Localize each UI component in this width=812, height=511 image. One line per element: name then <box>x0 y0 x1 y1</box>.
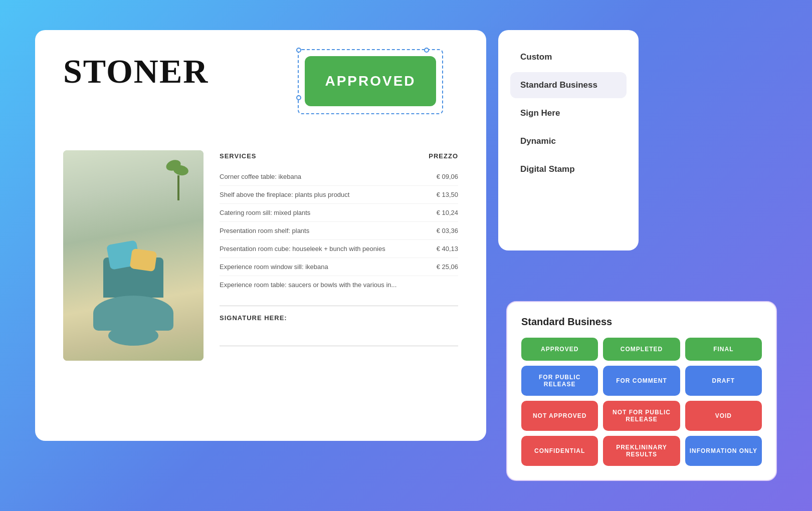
service-price: € 40,13 <box>437 245 458 252</box>
stamp-approved[interactable]: APPROVED <box>521 338 598 361</box>
popup-title: Standard Business <box>521 316 762 328</box>
service-price: € 10,24 <box>437 209 458 216</box>
stamp-grid: APPROVED COMPLETED FINAL FOR PUBLIC RELE… <box>521 338 762 466</box>
service-row: Shelf above the fireplace: plants plus p… <box>220 186 458 204</box>
service-name: Shelf above the fireplace: plants plus p… <box>220 191 349 198</box>
services-list: Corner coffee table: ikebana € 09,06 She… <box>220 168 458 294</box>
service-price: € 03,36 <box>437 227 458 234</box>
service-name: Corner coffee table: ikebana <box>220 173 301 180</box>
signature-line <box>220 346 458 346</box>
chair-shape <box>73 256 193 351</box>
stamp-void[interactable]: VOID <box>685 401 762 431</box>
stamp-type-digital-stamp[interactable]: Digital Stamp <box>510 156 627 182</box>
service-name: Experience room window sill: ikebana <box>220 263 328 271</box>
stamp-information-only[interactable]: INFORMATION ONLY <box>685 436 762 466</box>
cushion-yellow <box>129 248 157 272</box>
service-row: Presentation room shelf: plants € 03,36 <box>220 222 458 240</box>
corner-handle-tr[interactable] <box>424 48 429 53</box>
stamp-not-for-public-release[interactable]: NOT FOR PUBLIC RELEASE <box>603 401 680 431</box>
stamp-final[interactable]: FINAL <box>685 338 762 361</box>
stamp-draft[interactable]: DRAFT <box>685 366 762 396</box>
document-card: STONER APPROVED <box>35 30 486 441</box>
stamp-for-comment[interactable]: FOR COMMENT <box>603 366 680 396</box>
services-label: SERVICES <box>220 152 257 160</box>
chair-base <box>108 326 158 346</box>
document-image <box>63 150 204 361</box>
stamp-type-sign-here[interactable]: Sign Here <box>510 100 627 126</box>
service-name: Presentation room cube: houseleek + bunc… <box>220 245 385 252</box>
stamp-types-panel: Custom Standard Business Sign Here Dynam… <box>498 30 639 250</box>
service-row: Experience room window sill: ikebana € 2… <box>220 258 458 276</box>
stamp-not-approved[interactable]: NOT APPROVED <box>521 401 598 431</box>
service-price: € 09,06 <box>437 173 458 180</box>
stamp-container: APPROVED <box>298 49 458 134</box>
approved-stamp[interactable]: APPROVED <box>305 56 436 106</box>
services-header-row: SERVICES PREZZO <box>220 152 458 160</box>
stamp-preklininary-results[interactable]: PREKLININARY RESULTS <box>603 436 680 466</box>
corner-handle-bl[interactable] <box>296 95 301 100</box>
doc-content: SERVICES PREZZO Corner coffee table: ike… <box>220 150 458 361</box>
main-container: STONER APPROVED <box>35 30 777 481</box>
divider <box>220 306 458 306</box>
service-row: Presentation room cube: houseleek + bunc… <box>220 240 458 258</box>
doc-body: SERVICES PREZZO Corner coffee table: ike… <box>63 150 458 361</box>
service-row: Corner coffee table: ikebana € 09,06 <box>220 168 458 186</box>
service-name: Presentation room shelf: plants <box>220 227 309 234</box>
stamp-for-public-release[interactable]: FOR PUBLIC RELEASE <box>521 366 598 396</box>
plant-stem <box>177 175 179 200</box>
stamp-type-standard-business[interactable]: Standard Business <box>510 72 627 98</box>
service-price: € 25,06 <box>437 263 458 271</box>
service-name: Experience room table: saucers or bowls … <box>220 281 396 289</box>
prezzo-label: PREZZO <box>429 152 458 160</box>
plant-leaf-2 <box>172 164 189 177</box>
stamp-type-dynamic[interactable]: Dynamic <box>510 128 627 154</box>
service-row: Catering room sill: mixed plants € 10,24 <box>220 204 458 222</box>
brand-title: STONER <box>63 54 209 88</box>
stamp-completed[interactable]: COMPLETED <box>603 338 680 361</box>
doc-header: STONER APPROVED <box>63 54 458 134</box>
stamp-confidential[interactable]: CONFIDENTIAL <box>521 436 598 466</box>
plant-decoration <box>163 160 193 200</box>
signature-label: SIGNATURE HERE: <box>220 314 458 322</box>
standard-business-popup: Standard Business APPROVED COMPLETED FIN… <box>506 301 777 481</box>
chair-back <box>103 258 163 298</box>
stamp-type-custom[interactable]: Custom <box>510 44 627 70</box>
corner-handle-tl[interactable] <box>296 48 301 53</box>
service-row: Experience room table: saucers or bowls … <box>220 276 458 294</box>
service-price: € 13,50 <box>437 191 458 198</box>
service-name: Catering room sill: mixed plants <box>220 209 310 216</box>
